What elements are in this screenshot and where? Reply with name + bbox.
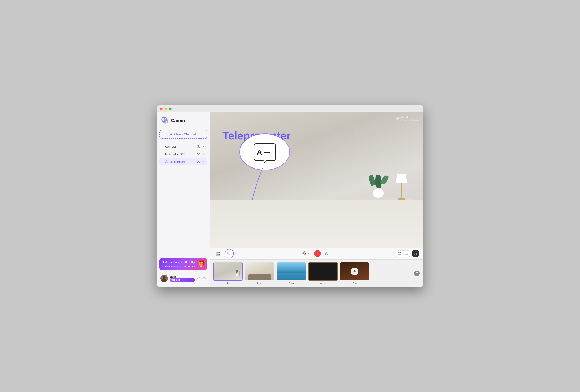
gift-icon: 🎁 xyxy=(198,260,205,266)
sidebar: Camin + + New Channel ⠿ Camera xyxy=(157,112,210,287)
signal-bars-icon xyxy=(414,252,417,256)
watermark: Camin Powered by Clipsolio xyxy=(396,116,419,121)
thumb-img-3 xyxy=(277,262,306,281)
live-badge: LIVE STREAMING xyxy=(396,251,410,257)
drag-handle-icon: ⠿ xyxy=(161,145,163,148)
thumb-img-2 xyxy=(245,262,274,281)
svg-rect-17 xyxy=(216,254,218,255)
thumbnail-2[interactable]: 2.jpg xyxy=(245,262,274,284)
layout-button[interactable] xyxy=(214,250,222,258)
sidebar-item-camera-icons xyxy=(197,145,205,148)
thumb-label-2: 2.jpg xyxy=(257,282,262,284)
thumb-img-4 xyxy=(308,262,338,281)
chevron-right-icon xyxy=(201,145,205,148)
lamp-decor xyxy=(396,174,407,200)
svg-rect-25 xyxy=(415,254,416,255)
thumbnail-3[interactable]: 3.jpg xyxy=(277,262,306,284)
svg-rect-26 xyxy=(416,253,417,255)
thumb-bg-interior xyxy=(245,262,274,280)
sidebar-item-camera-label: Camera xyxy=(165,145,195,148)
eye-icon xyxy=(197,160,200,163)
user-info: Jade Upgrade → xyxy=(170,275,195,281)
teleprompter-button[interactable] xyxy=(225,249,234,258)
help-icon: ? xyxy=(416,272,418,275)
preview-background: Teleprompter A xyxy=(210,112,423,248)
minimize-button[interactable] xyxy=(164,108,167,110)
svg-point-9 xyxy=(163,276,166,279)
logo-area: Camin xyxy=(159,116,207,126)
chevron-up-icon xyxy=(307,253,310,255)
thumb-label-5: 5.jp xyxy=(353,282,357,284)
mic-icon xyxy=(302,251,306,256)
thumb-img-1 xyxy=(213,262,243,281)
thumbnail-4[interactable]: 4.jpg xyxy=(308,262,338,284)
teleprompter-icon-container: A xyxy=(254,143,276,161)
thumbnail-5[interactable]: + 5.jp xyxy=(340,262,369,284)
preview-area: Teleprompter A xyxy=(210,112,423,248)
thumbnail-1[interactable]: 1.jpg xyxy=(213,262,243,284)
app-name: Camin xyxy=(171,118,185,123)
thumb-label-4: 4.jpg xyxy=(320,282,325,284)
sidebar-item-background-icons xyxy=(197,160,205,163)
lock-icon xyxy=(165,160,168,163)
mic-button[interactable] xyxy=(302,251,310,256)
signal-button[interactable] xyxy=(412,250,419,257)
new-channel-plus-icon: + xyxy=(170,132,172,136)
referral-banner[interactable]: 🎁 Refer a friend to Sign Up Each of you … xyxy=(159,258,207,270)
tp-icon-letter: A xyxy=(257,148,262,156)
svg-rect-6 xyxy=(166,162,168,163)
thumb-bg-chalkboard xyxy=(309,263,337,280)
close-button[interactable] xyxy=(160,108,163,110)
room-floor xyxy=(210,200,423,248)
thumb-bg-ocean xyxy=(277,262,306,280)
sidebar-item-camera[interactable]: ⠿ Camera xyxy=(159,143,207,150)
user-actions xyxy=(197,276,206,280)
layout-icon xyxy=(216,252,220,256)
add-background-button[interactable]: + xyxy=(351,267,358,275)
thumb-img-5: + xyxy=(340,262,369,281)
maximize-button[interactable] xyxy=(169,108,171,110)
camin-watermark-icon xyxy=(396,116,400,121)
sidebar-nav: ⠿ Camera ⠿ Material & PP xyxy=(159,143,207,258)
sidebar-item-material-ppt[interactable]: ⠿ Material & PPT xyxy=(159,151,207,158)
toolbar-right: LIVE STREAMING xyxy=(396,250,419,257)
annotation-oval: A xyxy=(239,133,290,170)
live-label: LIVE xyxy=(398,252,408,254)
annotation-container: A xyxy=(237,133,309,201)
thumb-label-1: 1.jpg xyxy=(225,282,230,284)
app-window: Camin + + New Channel ⠿ Camera xyxy=(157,105,423,287)
bell-icon[interactable] xyxy=(197,276,201,280)
upgrade-badge[interactable]: Upgrade → xyxy=(170,278,195,281)
eye-slash-icon xyxy=(197,152,200,156)
user-avatar xyxy=(160,274,168,282)
sidebar-item-material-icons xyxy=(197,152,205,156)
bottom-toolbar: A LIVE STREAMING xyxy=(210,248,423,259)
help-button[interactable]: ? xyxy=(414,270,420,276)
svg-rect-24 xyxy=(414,254,415,255)
titlebar xyxy=(157,105,423,112)
text-button[interactable]: A xyxy=(325,251,328,256)
record-button[interactable] xyxy=(314,250,321,257)
live-sub-label: STREAMING xyxy=(398,254,408,256)
sidebar-item-material-label: Material & PPT xyxy=(165,152,195,156)
new-channel-label: + New Channel xyxy=(173,132,196,136)
sidebar-item-background[interactable]: ⠿ Background xyxy=(159,158,207,165)
new-channel-button[interactable]: + + New Channel xyxy=(159,130,207,139)
sidebar-item-background-label: Background xyxy=(170,160,195,163)
svg-rect-16 xyxy=(218,252,220,253)
annotation-arrow xyxy=(237,166,280,204)
svg-point-7 xyxy=(198,161,199,162)
plant-decor xyxy=(369,175,387,198)
watermark-sub: Powered by Clipsolio xyxy=(401,119,419,121)
thumb-bg-bookshelf: + xyxy=(340,262,369,280)
drag-handle-icon: ⠿ xyxy=(161,153,163,156)
watermark-name: Camin xyxy=(401,116,419,119)
thumb-label-3: 3.jpg xyxy=(289,282,294,284)
chevron-right-icon xyxy=(201,152,205,156)
chevron-right-icon xyxy=(201,160,205,163)
video-icon[interactable] xyxy=(202,276,206,280)
teleprompter-toolbar-icon xyxy=(227,252,231,256)
user-area: Jade Upgrade → xyxy=(159,273,207,283)
toolbar-center: A xyxy=(236,250,393,257)
camin-logo-icon xyxy=(161,117,169,125)
